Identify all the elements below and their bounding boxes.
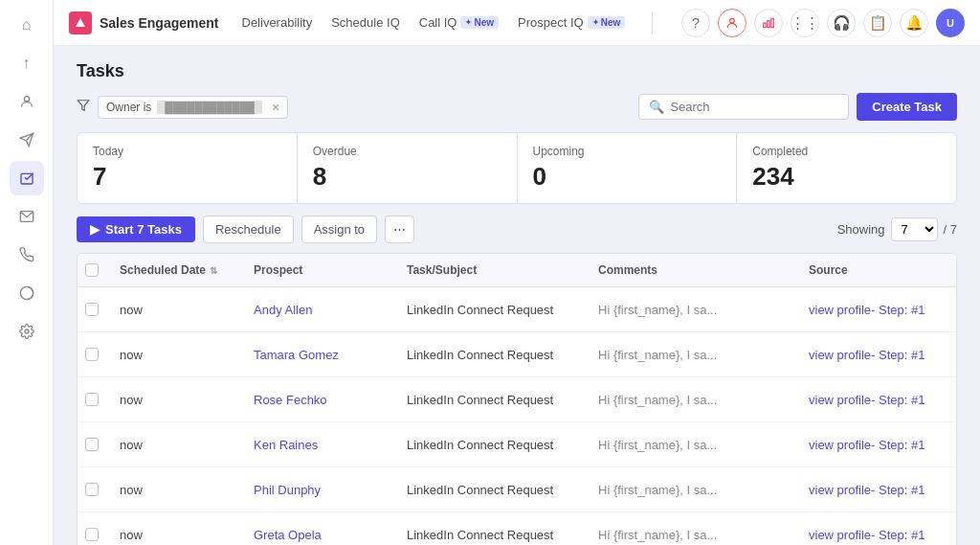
filter-tag-label: Owner is xyxy=(106,101,151,114)
analytics-icon-btn[interactable] xyxy=(754,9,783,37)
filter-remove-btn[interactable]: × xyxy=(272,100,279,115)
assign-to-button[interactable]: Assign to xyxy=(301,216,377,243)
nav-call-iq[interactable]: Call IQ New xyxy=(419,11,499,34)
row-checkbox[interactable] xyxy=(85,393,99,406)
sidebar-home-icon[interactable]: ⌂ xyxy=(10,8,44,42)
table-row: now Greta Opela LinkedIn Connect Request… xyxy=(78,512,956,545)
row-task: LinkedIn Connect Request xyxy=(399,383,590,417)
logo-icon xyxy=(69,11,92,34)
row-prospect[interactable]: Ken Raines xyxy=(246,428,399,462)
filter-bar: Owner is ████████████ × 🔍 Create Task xyxy=(77,93,957,121)
stat-upcoming: Upcoming 0 xyxy=(518,133,738,203)
row-task: LinkedIn Connect Request xyxy=(399,293,590,327)
row-comments: Hi {first_name}, I sa... xyxy=(590,473,801,507)
th-source: Source xyxy=(801,254,957,286)
showing-select[interactable]: 7 10 25 xyxy=(891,217,938,241)
play-icon: ▶ xyxy=(90,222,100,237)
row-prospect[interactable]: Phil Dunphy xyxy=(246,473,399,507)
filter-tag-value: ████████████ xyxy=(157,101,262,114)
row-checkbox[interactable] xyxy=(85,303,99,316)
row-scheduled: now xyxy=(112,518,246,546)
table-row: now Phil Dunphy LinkedIn Connect Request… xyxy=(78,467,956,512)
row-prospect[interactable]: Tamara Gomez xyxy=(246,338,399,372)
table-header: Scheduled Date ⇅ Prospect Task/Subject C… xyxy=(78,254,956,287)
create-task-button[interactable]: Create Task xyxy=(857,93,957,121)
stat-completed-label: Completed xyxy=(752,145,941,158)
row-checkbox[interactable] xyxy=(85,528,99,541)
row-scheduled: now xyxy=(112,293,246,327)
row-scheduled: now xyxy=(112,473,246,507)
row-source[interactable]: view profile- Step: #1 xyxy=(801,518,957,546)
stat-overdue: Overdue 8 xyxy=(298,133,518,203)
row-comments: Hi {first_name}, I sa... xyxy=(590,428,801,462)
nav-deliverability[interactable]: Deliverability xyxy=(242,11,313,34)
sidebar-upload-icon[interactable]: ↑ xyxy=(10,46,44,80)
sidebar-tasks-icon[interactable] xyxy=(10,161,44,195)
svg-point-6 xyxy=(25,329,29,333)
sidebar-phone-icon[interactable] xyxy=(10,238,44,272)
row-checkbox-cell xyxy=(78,293,112,326)
row-task: LinkedIn Connect Request xyxy=(399,428,590,462)
nav-prospect-iq[interactable]: Prospect IQ New xyxy=(518,11,625,34)
table-row: now Tamara Gomez LinkedIn Connect Reques… xyxy=(78,332,956,377)
user-icon-btn[interactable] xyxy=(718,9,746,37)
sidebar-analytics-icon[interactable] xyxy=(10,276,44,310)
row-checkbox[interactable] xyxy=(85,438,99,451)
headset-icon-btn[interactable]: 🎧 xyxy=(827,9,856,37)
help-icon-btn[interactable]: ? xyxy=(681,9,710,37)
toolbar-left: ▶ Start 7 Tasks Reschedule Assign to ⋯ xyxy=(77,216,414,243)
row-source[interactable]: view profile- Step: #1 xyxy=(801,338,957,372)
row-source[interactable]: view profile- Step: #1 xyxy=(801,473,957,507)
page-content: Tasks Owner is ████████████ × 🔍 Create T… xyxy=(54,46,980,545)
svg-marker-12 xyxy=(78,101,89,111)
filter-left: Owner is ████████████ × xyxy=(77,96,288,119)
grid-icon-btn[interactable]: ⋮⋮ xyxy=(791,9,819,37)
sidebar-user-icon[interactable] xyxy=(10,84,44,119)
row-checkbox-cell xyxy=(78,338,112,371)
stat-overdue-label: Overdue xyxy=(313,145,501,158)
sidebar-settings-icon[interactable] xyxy=(10,314,44,349)
row-source[interactable]: view profile- Step: #1 xyxy=(801,428,957,462)
start-tasks-button[interactable]: ▶ Start 7 Tasks xyxy=(77,216,195,242)
more-options-button[interactable]: ⋯ xyxy=(385,216,414,243)
book-icon-btn[interactable]: 📋 xyxy=(863,9,892,37)
reschedule-button[interactable]: Reschedule xyxy=(203,216,294,243)
search-box[interactable]: 🔍 xyxy=(638,94,849,120)
row-scheduled: now xyxy=(112,338,246,372)
stat-today-value: 7 xyxy=(93,162,281,192)
th-comments: Comments xyxy=(590,254,801,286)
th-prospect: Prospect xyxy=(246,254,399,286)
row-task: LinkedIn Connect Request xyxy=(399,338,590,372)
filter-right: 🔍 Create Task xyxy=(638,93,957,121)
table-body: now Andy Allen LinkedIn Connect Request … xyxy=(78,287,956,545)
row-comments: Hi {first_name}, I sa... xyxy=(590,383,801,417)
header-checkbox[interactable] xyxy=(85,263,99,277)
row-prospect[interactable]: Greta Opela xyxy=(246,518,399,546)
sort-icon[interactable]: ⇅ xyxy=(210,265,217,276)
bell-icon-btn[interactable]: 🔔 xyxy=(900,9,928,37)
stat-today-label: Today xyxy=(93,145,281,158)
row-prospect[interactable]: Rose Fechko xyxy=(246,383,399,417)
row-source[interactable]: view profile- Step: #1 xyxy=(801,383,957,417)
filter-icon xyxy=(77,99,90,115)
row-checkbox-cell xyxy=(78,473,112,506)
sidebar-mail-icon[interactable] xyxy=(10,199,44,234)
table-row: now Rose Fechko LinkedIn Connect Request… xyxy=(78,377,956,422)
table-toolbar: ▶ Start 7 Tasks Reschedule Assign to ⋯ S… xyxy=(77,216,957,243)
search-input[interactable] xyxy=(670,100,838,114)
row-prospect[interactable]: Andy Allen xyxy=(246,293,399,327)
topnav-right: ? ⋮⋮ 🎧 📋 🔔 U xyxy=(681,9,965,37)
app-title: Sales Engagement xyxy=(100,15,219,31)
th-checkbox xyxy=(78,254,112,286)
filter-tag[interactable]: Owner is ████████████ × xyxy=(98,96,288,119)
stats-row: Today 7 Overdue 8 Upcoming 0 Completed 2… xyxy=(77,132,957,204)
nav-schedule-iq[interactable]: Schedule IQ xyxy=(331,11,400,34)
user-avatar[interactable]: U xyxy=(936,9,965,37)
table-row: now Andy Allen LinkedIn Connect Request … xyxy=(78,287,956,332)
sidebar-send-icon[interactable] xyxy=(10,123,44,157)
row-checkbox-cell xyxy=(78,428,112,461)
stat-upcoming-label: Upcoming xyxy=(533,145,722,158)
row-source[interactable]: view profile- Step: #1 xyxy=(801,293,957,327)
row-checkbox[interactable] xyxy=(85,483,99,496)
row-checkbox[interactable] xyxy=(85,348,99,361)
